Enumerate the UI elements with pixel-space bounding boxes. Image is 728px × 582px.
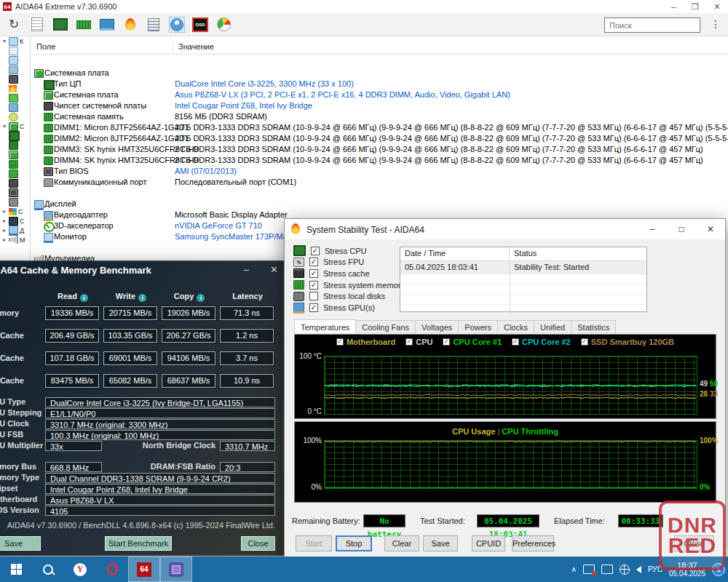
column-splitter[interactable] (173, 41, 173, 54)
legend-item[interactable]: ✓CPU Core #1 (443, 338, 502, 346)
list-item-row[interactable]: Тип BIOSAMI (07/01/2013) (31, 166, 728, 177)
aida64-taskbar-icon[interactable]: 64 (128, 557, 160, 582)
tab-unified[interactable]: Unified (534, 320, 571, 334)
tree-item[interactable] (0, 150, 30, 159)
tree-item[interactable] (0, 178, 30, 188)
log-row[interactable]: 05.04.2025 18:03:41Stability Test: Start… (400, 261, 646, 274)
tree-item[interactable] (0, 103, 30, 112)
checkbox[interactable]: ✓ (581, 338, 588, 346)
tab-clocks[interactable]: Clocks (497, 320, 534, 334)
tree-item[interactable] (0, 131, 30, 140)
log-col-status[interactable]: Status (510, 247, 541, 260)
tree-item[interactable] (0, 169, 30, 178)
start-button[interactable] (0, 557, 32, 582)
benchmark-close-icon[interactable]: ✕ (270, 264, 278, 275)
yandex-browser-icon[interactable]: Y (64, 557, 96, 582)
user-icon[interactable] (169, 17, 185, 33)
tree-item[interactable]: ▾С (0, 121, 30, 131)
tab-cooling-fans[interactable]: Cooling Fans (355, 320, 416, 334)
tree-item[interactable] (0, 74, 30, 84)
tree-item[interactable] (0, 93, 30, 103)
tree-item[interactable]: ▸М (0, 235, 30, 244)
column-field[interactable]: Поле (36, 42, 55, 51)
tree-item[interactable] (0, 84, 30, 93)
tree-item[interactable]: ▸С (0, 207, 30, 216)
close-button[interactable]: Close (241, 536, 275, 551)
tree-arrow-icon[interactable]: ▸ (1, 227, 7, 234)
info-icon[interactable]: i (80, 294, 88, 302)
start-benchmark-button[interactable]: Start Benchmark (105, 536, 172, 551)
tree-item[interactable] (0, 46, 30, 55)
legend-item[interactable]: ✓SSD Smartbuy 120GB (581, 338, 674, 346)
tree-item[interactable] (0, 112, 30, 121)
close-button[interactable]: ✕ (706, 0, 728, 13)
volume-icon[interactable] (636, 566, 641, 573)
list-group-row[interactable]: Дисплей (31, 199, 728, 210)
stress-option-disk[interactable]: Stress local disks (293, 291, 385, 302)
checkbox[interactable]: ✓ (512, 338, 519, 346)
list-item-row[interactable]: Системная память8156 МБ (DDR3 SDRAM) (31, 111, 728, 122)
taskbar-search-icon[interactable] (32, 557, 64, 582)
notification-app-icon[interactable] (583, 565, 595, 574)
summary-icon[interactable] (146, 17, 162, 33)
list-item-row[interactable]: Системная платаAsus P8Z68-V LX (3 PCI, 2… (31, 89, 728, 100)
list-item-row[interactable]: DIMM4: SK hynix HMT325U6CFR8C-H92 ГБ DDR… (31, 155, 728, 166)
display-tray-icon[interactable] (601, 565, 613, 574)
list-item-row[interactable]: DIMM3: SK hynix HMT325U6CFR8C-H92 ГБ DDR… (31, 144, 728, 155)
cpuid-button[interactable]: CPUID (472, 535, 505, 551)
save-button[interactable]: Save (0, 536, 41, 551)
tree-arrow-icon[interactable]: ▸ (1, 208, 7, 215)
cpu-icon[interactable] (52, 17, 68, 33)
checkbox[interactable]: ✓ (309, 269, 318, 278)
tree-item[interactable]: ▸Д (0, 226, 30, 235)
list-item-row[interactable]: Тип ЦПDualCore Intel Core i3-3225, 3300 … (31, 79, 728, 89)
checkbox[interactable]: ✓ (309, 258, 318, 266)
stress-option-cache[interactable]: ✓Stress cache (293, 268, 370, 279)
osd-icon[interactable]: OSD (192, 17, 208, 33)
save-button[interactable]: Save (423, 535, 458, 551)
network-icon[interactable] (620, 565, 630, 575)
tree-item[interactable] (0, 188, 30, 197)
tree-item[interactable]: ▸С (0, 216, 30, 226)
tab-statistics[interactable]: Statistics (571, 320, 616, 334)
burn-in-icon[interactable] (122, 17, 138, 33)
list-item-row[interactable]: Чипсет системной платыIntel Cougar Point… (31, 100, 728, 111)
tab-temperatures[interactable]: Temperatures (294, 319, 356, 333)
clear-button[interactable]: Clear (384, 535, 419, 551)
tree-item[interactable] (0, 65, 30, 74)
tree-item[interactable] (0, 159, 30, 169)
list-item-row[interactable]: DIMM2: Micron 8JTF25664AZ-1G4D12 ГБ DDR3… (31, 133, 728, 144)
tree-item[interactable] (0, 197, 30, 207)
refresh-icon[interactable]: ↻ (6, 17, 22, 33)
tree-item[interactable] (0, 140, 30, 150)
memory-icon[interactable] (76, 17, 92, 33)
more-menu-icon[interactable]: ⋮ (711, 18, 721, 30)
minimize-button[interactable]: – (662, 0, 684, 13)
stress-option-memory[interactable]: ✓Stress system memory (293, 279, 405, 290)
start-button[interactable]: Start (296, 535, 332, 551)
preferences-button[interactable]: Preferences (512, 535, 554, 551)
legend-item[interactable]: ✓CPU (405, 338, 432, 346)
benchmark-gauge-icon[interactable] (215, 17, 232, 33)
tab-voltages[interactable]: Voltages (415, 320, 459, 334)
stress-option-cpu[interactable]: ✓Stress CPU (293, 245, 366, 256)
tray-chevron-icon[interactable]: ∧ (571, 565, 577, 573)
checkbox[interactable]: ✓ (405, 338, 413, 346)
stress-option-gpu[interactable]: ✓Stress GPU(s) (293, 303, 375, 314)
sst-minimize-button[interactable]: – (638, 219, 667, 239)
cpuid-taskbar-icon[interactable] (160, 557, 192, 582)
tree-arrow-icon[interactable]: ▸ (1, 236, 7, 243)
info-icon[interactable]: i (197, 294, 205, 302)
tree-arrow-icon[interactable]: ▸ (1, 218, 7, 224)
checkbox[interactable]: ✓ (336, 338, 344, 346)
sst-maximize-button[interactable]: □ (667, 219, 696, 239)
search-input[interactable] (604, 17, 700, 33)
sst-close-button[interactable]: ✕ (696, 219, 725, 239)
checkbox[interactable]: ✓ (309, 303, 318, 312)
video-card-icon[interactable] (99, 17, 115, 33)
opera-icon[interactable] (96, 557, 128, 582)
list-item-row[interactable]: DIMM1: Micron 8JTF25664AZ-1G4D12 ГБ DDR3… (31, 122, 728, 133)
tree-arrow-icon[interactable]: ▾ (1, 123, 7, 129)
checkbox[interactable]: ✓ (309, 281, 318, 290)
tree-item[interactable] (0, 55, 30, 65)
